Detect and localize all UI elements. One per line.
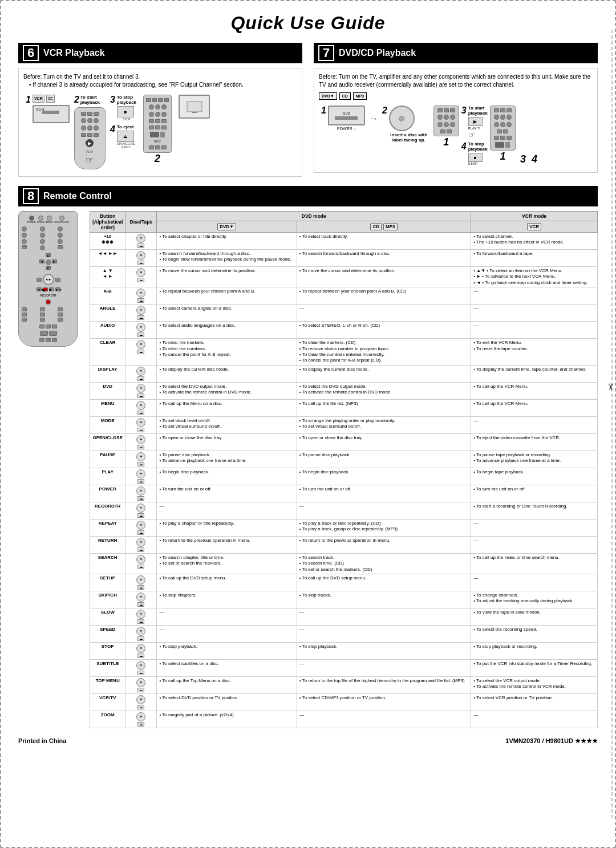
pc-btn4[interactable]: ►► — [55, 287, 60, 291]
r-transport1[interactable] — [150, 132, 159, 137]
dvd-r2-13[interactable] — [500, 136, 505, 140]
b7[interactable] — [46, 338, 51, 342]
r19[interactable] — [161, 145, 167, 149]
dvd-r2-5[interactable] — [500, 115, 505, 120]
r11[interactable] — [149, 119, 154, 123]
m-btn2[interactable] — [55, 278, 60, 282]
nav-left[interactable]: ◄ — [39, 259, 44, 263]
dvd-r2-6[interactable] — [506, 115, 512, 120]
num-misc1[interactable] — [22, 245, 27, 249]
remote-btn3[interactable] — [94, 118, 99, 123]
audio-btn[interactable] — [47, 216, 52, 221]
dvd-r2-1[interactable] — [494, 108, 499, 112]
r14[interactable] — [149, 125, 154, 129]
b6[interactable] — [39, 338, 44, 342]
r9[interactable] — [155, 112, 160, 117]
b3[interactable] — [52, 324, 57, 328]
dvd-r8[interactable] — [444, 122, 449, 127]
r3[interactable] — [158, 98, 163, 102]
dvd-r5[interactable] — [444, 115, 449, 120]
remote-btn1[interactable] — [81, 118, 86, 123]
num2[interactable] — [40, 226, 45, 232]
power-btn[interactable] — [29, 216, 34, 221]
e5[interactable] — [40, 313, 45, 317]
num3[interactable] — [58, 226, 63, 232]
pc-play[interactable]: ▶ — [43, 287, 48, 291]
dvd-r2-3[interactable] — [506, 108, 512, 112]
dvd-r2-4[interactable] — [494, 115, 499, 120]
speed-btn[interactable] — [38, 216, 43, 221]
r12[interactable] — [155, 119, 160, 123]
dvd-r2-11[interactable] — [503, 129, 508, 133]
remote-btn4[interactable] — [81, 125, 86, 131]
e1[interactable] — [22, 307, 27, 311]
dvd-r2-7[interactable] — [494, 122, 499, 127]
dvd-r11[interactable] — [447, 129, 452, 133]
remote-audio-btn[interactable] — [94, 112, 99, 116]
dvd-r7[interactable] — [437, 122, 443, 127]
remote-btn5[interactable] — [87, 125, 92, 131]
r18[interactable] — [155, 145, 160, 149]
m-nav-disc[interactable]: ◄► — [43, 274, 54, 285]
r7[interactable] — [161, 104, 167, 109]
dvd-r2-9[interactable] — [506, 122, 512, 127]
nav-ok[interactable] — [46, 259, 51, 265]
pc-btn3[interactable]: ■ — [49, 287, 54, 291]
r2[interactable] — [152, 98, 157, 102]
remote-btn2[interactable] — [87, 118, 92, 123]
r17[interactable] — [149, 145, 154, 149]
nav-up[interactable]: ▲ — [46, 253, 51, 257]
remote-btn8[interactable] — [87, 133, 92, 137]
dvd-r2-14[interactable] — [506, 136, 512, 140]
remote-btn6[interactable] — [94, 125, 99, 131]
dvd-r2-12[interactable] — [494, 136, 499, 140]
dvd-r10[interactable] — [440, 129, 445, 133]
num-misc2[interactable] — [58, 245, 63, 249]
e7[interactable] — [22, 318, 27, 322]
dvd-r2-transport2[interactable] — [505, 142, 510, 148]
num0[interactable] — [40, 245, 45, 250]
b5[interactable] — [49, 331, 57, 336]
dvd-r9[interactable] — [450, 122, 455, 127]
dvd-r2[interactable] — [444, 108, 449, 112]
num8[interactable] — [40, 239, 45, 244]
dvd-r2-10[interactable] — [497, 129, 502, 133]
b8[interactable] — [52, 338, 57, 342]
r6[interactable] — [155, 104, 160, 109]
r1[interactable] — [146, 98, 151, 102]
num4[interactable] — [22, 233, 27, 238]
remote-btn7[interactable] — [81, 133, 86, 137]
nav-down[interactable]: ▼ — [46, 266, 51, 270]
pc-btn1[interactable]: ◄◄ — [37, 287, 42, 291]
e2[interactable] — [40, 307, 45, 311]
num5[interactable] — [40, 233, 45, 238]
open-btn[interactable] — [59, 216, 64, 221]
play-button[interactable]: ▶ — [86, 139, 94, 147]
r15[interactable] — [155, 125, 160, 129]
e9[interactable] — [58, 318, 63, 322]
num7[interactable] — [22, 239, 27, 244]
remote-power-btn[interactable] — [81, 112, 86, 116]
num1[interactable] — [22, 226, 27, 232]
num6[interactable] — [58, 233, 63, 238]
r13[interactable] — [161, 119, 167, 123]
e3[interactable] — [58, 307, 63, 311]
b4[interactable] — [40, 331, 48, 336]
r4[interactable] — [164, 98, 169, 102]
r16[interactable] — [161, 125, 167, 129]
e8[interactable] — [40, 318, 45, 322]
remote-btn9[interactable] — [94, 133, 99, 137]
e6[interactable] — [58, 313, 63, 317]
e4[interactable] — [22, 313, 27, 317]
m-btn1[interactable] — [37, 278, 42, 282]
dvd-r6[interactable] — [450, 115, 455, 120]
remote-speed-btn[interactable] — [87, 112, 92, 116]
rec-btn[interactable] — [46, 299, 51, 305]
dvd-r2-2[interactable] — [500, 108, 505, 112]
r-transport2[interactable] — [160, 132, 165, 137]
b2[interactable] — [46, 324, 51, 328]
r5[interactable] — [149, 104, 154, 109]
r10[interactable] — [161, 112, 167, 117]
dvd-r2-8[interactable] — [500, 122, 505, 127]
dvd-r1[interactable] — [437, 108, 443, 112]
